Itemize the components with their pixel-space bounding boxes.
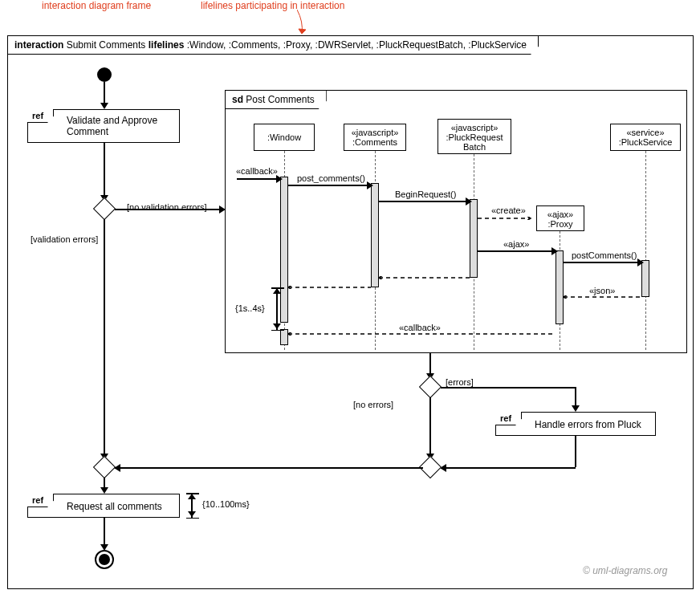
kw-lifelines: lifelines xyxy=(149,39,185,51)
frame-participants: :Window, :Comments, :Proxy, :DWRServlet,… xyxy=(184,39,527,51)
msg-begin-request: BeginRequest() xyxy=(393,189,458,199)
sd-frame-label: sd Post Comments xyxy=(226,91,327,109)
activation-prb xyxy=(470,199,478,278)
final-node xyxy=(95,550,114,569)
guard-validation: [validation errors] xyxy=(31,234,98,244)
ref-tag: ref xyxy=(27,494,54,507)
msg-callback2: «callback» xyxy=(397,323,442,332)
sd-title: Post Comments xyxy=(246,94,314,105)
proxy-name: :Proxy xyxy=(547,219,572,229)
comments-name: :Comments xyxy=(352,137,397,147)
sd-kw: sd xyxy=(232,94,243,105)
svg-marker-23 xyxy=(367,181,373,189)
guard-no-errors: [no errors] xyxy=(353,400,393,409)
activation-window-2 xyxy=(280,329,288,345)
svg-marker-14 xyxy=(100,103,108,109)
proxy-stereo: «ajax» xyxy=(547,210,573,219)
service-stereo: «service» xyxy=(626,128,664,137)
lifeline-proxy: «ajax» :Proxy xyxy=(536,205,584,231)
duration-mark-2 xyxy=(186,493,199,519)
ref-handle-errors-label: Handle errors from Pluck xyxy=(535,417,647,430)
ref-tag: ref xyxy=(495,412,522,425)
svg-marker-32 xyxy=(273,288,281,294)
svg-marker-20 xyxy=(188,511,196,517)
lifeline-prb: «javascript» :PluckRequest Batch xyxy=(438,119,511,154)
svg-marker-38 xyxy=(114,464,120,472)
ref-request-all: ref Request all comments xyxy=(27,494,180,518)
ref-tag: ref xyxy=(27,109,54,123)
msg-create: «create» xyxy=(490,205,527,215)
kw-interaction: interaction xyxy=(14,39,63,51)
copyright: © uml-diagrams.org xyxy=(583,565,668,576)
svg-marker-18 xyxy=(100,487,108,494)
duration-1: {1s..4s} xyxy=(235,303,265,313)
svg-marker-1 xyxy=(299,29,306,34)
lifeline-window: :Window xyxy=(254,124,315,151)
guard-no-validation: [no validation errors] xyxy=(127,202,207,212)
guard-errors: [errors] xyxy=(446,377,474,387)
ref-validate: ref Validate and Approve Comment xyxy=(27,109,180,143)
ref-handle-errors: ref Handle errors from Pluck xyxy=(495,412,656,436)
activation-proxy xyxy=(556,250,564,324)
activation-comments xyxy=(371,183,379,287)
svg-marker-26 xyxy=(551,247,558,255)
frame-title: Submit Comments xyxy=(63,39,148,51)
frame-label: interaction Submit Comments lifelines :W… xyxy=(8,36,539,55)
comments-stereo: «javascript» xyxy=(352,128,399,137)
svg-marker-19 xyxy=(188,494,196,499)
prb-stereo: «javascript» xyxy=(451,123,499,132)
svg-marker-36 xyxy=(440,464,446,472)
msg-callback1: «callback» xyxy=(234,166,279,176)
service-name: :PluckService xyxy=(619,137,673,147)
ref-validate-label: Validate and Approve Comment xyxy=(67,115,171,137)
msg-ajax: «ajax» xyxy=(502,239,531,249)
msg-post-comments: post_comments() xyxy=(295,173,367,183)
svg-marker-24 xyxy=(466,197,472,205)
duration-mark-1 xyxy=(271,287,284,331)
svg-marker-22 xyxy=(276,175,283,183)
svg-marker-35 xyxy=(572,405,580,412)
msg-json: «json» xyxy=(588,286,617,295)
svg-marker-27 xyxy=(637,258,644,266)
initial-node xyxy=(97,67,112,82)
lifeline-comments: «javascript» :Comments xyxy=(344,124,406,151)
svg-marker-33 xyxy=(273,323,281,329)
msg-post-comments2: postComments() xyxy=(570,250,638,260)
annotation-lifelines: lifelines participating in interaction xyxy=(201,0,344,11)
lifeline-service: «service» :PluckService xyxy=(610,124,681,151)
prb-name: :PluckRequest Batch xyxy=(446,132,503,152)
duration-2: {10..100ms} xyxy=(202,499,250,509)
ref-request-all-label: Request all comments xyxy=(67,499,171,512)
